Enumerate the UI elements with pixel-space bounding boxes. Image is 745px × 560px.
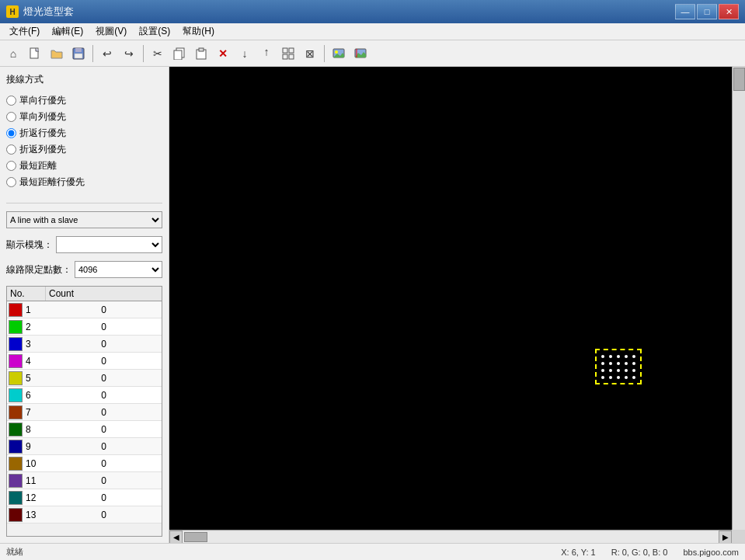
canvas-scrollbar-vertical[interactable] — [732, 67, 745, 530]
paste-button[interactable] — [191, 43, 211, 64]
minimize-button[interactable]: — — [675, 4, 695, 19]
table-row: 40 — [7, 353, 162, 370]
dot — [625, 369, 628, 372]
svg-point-13 — [335, 50, 338, 54]
col-count-header: Count — [46, 287, 148, 301]
grid-button[interactable] — [278, 43, 298, 64]
radio-group: 單向行優先 單向列優先 折返行優先 折返列優先 最短距離 最短距離行優先 — [6, 94, 162, 189]
menu-edit[interactable]: 編輯(E) — [46, 23, 89, 40]
menu-help[interactable]: 幫助(H) — [176, 23, 221, 40]
close-button[interactable]: ✕ — [719, 4, 739, 19]
row-number: 10 — [24, 458, 46, 469]
display-mode-select[interactable] — [56, 236, 162, 253]
row-number: 2 — [24, 322, 46, 332]
svg-rect-2 — [75, 48, 82, 52]
app-icon: H — [6, 5, 19, 18]
canvas-object — [595, 349, 642, 384]
row-count: 0 — [46, 458, 162, 469]
save-button[interactable] — [68, 43, 89, 64]
status-text: 就緒 — [6, 546, 23, 558]
scrollbar-thumb-vertical[interactable] — [733, 68, 745, 91]
dot — [617, 362, 620, 365]
radio-item-5[interactable]: 最短距離 — [6, 159, 162, 172]
slave-dropdown[interactable]: A line with a slave — [6, 211, 162, 228]
table-body[interactable]: 102030405060708090100110120130 — [7, 301, 162, 527]
toolbar: ⌂ ↩ ↪ ✂ ✕ ↓ ↓ ⊠ — [0, 40, 745, 67]
table-row: 110 — [7, 472, 162, 489]
image2-button[interactable] — [350, 43, 371, 64]
row-count: 0 — [46, 390, 162, 401]
radio-item-4[interactable]: 折返列優先 — [6, 143, 162, 156]
down-button[interactable]: ↓ — [235, 43, 255, 64]
color-swatch — [9, 491, 23, 505]
canvas-scrollbar-horizontal[interactable]: ◀ ▶ — [169, 530, 732, 543]
menu-file[interactable]: 文件(F) — [3, 23, 46, 40]
dot — [632, 355, 635, 358]
row-count: 0 — [46, 322, 162, 332]
radio-item-1[interactable]: 單向行優先 — [6, 94, 162, 107]
table-row: 70 — [7, 404, 162, 421]
point-limit-row: 線路限定點數： 4096 2048 1024 512 — [6, 261, 162, 278]
dot — [632, 369, 635, 372]
color-swatch — [9, 440, 23, 454]
menu-view[interactable]: 視圖(V) — [89, 23, 133, 40]
app-title: 燈光造型套 — [23, 5, 74, 19]
cross-button[interactable]: ⊠ — [300, 43, 320, 64]
new-button[interactable] — [25, 43, 45, 64]
dot — [617, 376, 620, 379]
color-swatch — [9, 354, 23, 368]
svg-rect-11 — [289, 54, 294, 59]
table-row: 20 — [7, 318, 162, 336]
dot — [617, 369, 620, 372]
dot — [609, 362, 612, 365]
scroll-track-horizontal[interactable] — [183, 531, 719, 543]
dot — [632, 376, 635, 379]
dot — [625, 362, 628, 365]
row-number: 13 — [24, 510, 46, 520]
row-count: 0 — [46, 304, 162, 315]
row-count: 0 — [46, 475, 162, 486]
status-bar: 就緒 X: 6, Y: 1 R: 0, G: 0, B: 0 bbs.pigoo… — [0, 543, 745, 560]
dot — [625, 355, 628, 358]
point-limit-select[interactable]: 4096 2048 1024 512 — [75, 261, 162, 278]
title-bar: H 燈光造型套 — □ ✕ — [0, 0, 745, 23]
scroll-right-button[interactable]: ▶ — [719, 530, 732, 544]
table-row: 120 — [7, 489, 162, 506]
radio-item-2[interactable]: 單向列優先 — [6, 110, 162, 123]
row-number: 8 — [24, 424, 46, 435]
scroll-left-button[interactable]: ◀ — [169, 530, 183, 544]
radio-item-6[interactable]: 最短距離行優先 — [6, 176, 162, 189]
copy-button[interactable] — [169, 43, 190, 64]
redo-button[interactable]: ↪ — [119, 43, 139, 64]
home-button[interactable]: ⌂ — [3, 43, 23, 64]
slave-dropdown-row: A line with a slave — [6, 211, 162, 228]
dot — [601, 369, 604, 372]
row-count: 0 — [46, 510, 162, 520]
radio-item-3[interactable]: 折返行優先 — [6, 127, 162, 140]
table-row: 10 — [7, 301, 162, 318]
maximize-button[interactable]: □ — [697, 4, 717, 19]
up-button[interactable]: ↓ — [256, 43, 277, 64]
scroll-thumb-horizontal[interactable] — [184, 532, 207, 542]
dot — [625, 376, 628, 379]
row-number: 3 — [24, 339, 46, 350]
color-swatch — [9, 371, 23, 385]
open-button[interactable] — [47, 43, 67, 64]
row-count: 0 — [46, 441, 162, 452]
col-no-header: No. — [7, 287, 46, 301]
undo-button[interactable]: ↩ — [97, 43, 117, 64]
svg-rect-3 — [75, 54, 82, 58]
cut-button[interactable]: ✂ — [148, 43, 168, 64]
image1-button[interactable] — [329, 43, 349, 64]
status-bar-right: X: 6, Y: 1 R: 0, G: 0, B: 0 bbs.pigoo.co… — [561, 548, 739, 557]
row-number: 12 — [24, 492, 46, 503]
separator-3 — [324, 45, 325, 62]
header-scrollbar-placeholder — [148, 287, 162, 301]
display-mode-label: 顯示模塊： — [6, 238, 53, 252]
menu-settings[interactable]: 設置(S) — [133, 23, 176, 40]
point-limit-label: 線路限定點數： — [6, 263, 71, 277]
separator-2 — [143, 45, 144, 62]
delete-button[interactable]: ✕ — [213, 43, 233, 64]
row-number: 11 — [24, 475, 46, 486]
dot — [609, 376, 612, 379]
